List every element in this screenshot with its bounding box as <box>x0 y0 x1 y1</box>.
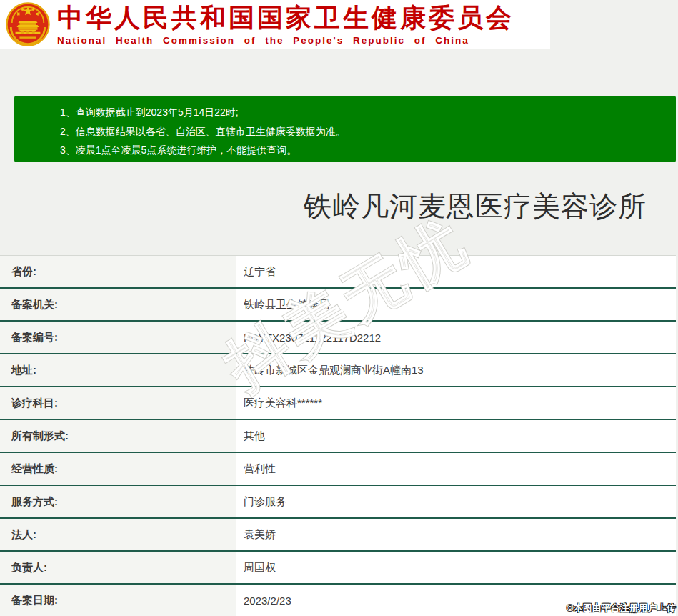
field-label: 备案编号: <box>0 322 236 353</box>
notice-banner: 1、查询数据截止到2023年5月14日22时; 2、信息数据结果以各省、自治区、… <box>14 96 676 162</box>
field-value: 袁美娇 <box>236 519 676 550</box>
field-value: 辽宁省 <box>236 256 676 287</box>
field-value: 医疗美容科****** <box>236 387 676 419</box>
field-label: 法人: <box>0 519 236 550</box>
field-value: 铁岭县卫生健康局 <box>236 289 676 320</box>
field-label: 省份: <box>0 256 236 287</box>
table-row: 负责人: 周国权 <box>0 552 676 585</box>
table-row: 地址: 铁岭市新城区金鼎观澜商业街A幢南13 <box>0 354 676 387</box>
china-national-emblem-icon <box>6 2 50 46</box>
record-table: 省份: 辽宁省 备案机关: 铁岭县卫生健康局 备案编号: PDYTX230721… <box>0 255 676 616</box>
field-value: 铁岭市新城区金鼎观澜商业街A幢南13 <box>236 354 676 386</box>
field-label: 负责人: <box>0 552 236 583</box>
table-row: 经营性质: 营利性 <box>0 453 676 486</box>
table-row: 省份: 辽宁省 <box>0 256 676 289</box>
field-value: 周国权 <box>236 552 676 583</box>
site-title-cn: 中华人民共和国国家卫生健康委员会 <box>57 4 514 32</box>
field-value: PDYTX230721122117D2212 <box>236 322 676 353</box>
table-row: 诊疗科目: 医疗美容科****** <box>0 387 676 420</box>
site-header: 中华人民共和国国家卫生健康委员会 National Health Commiss… <box>0 0 550 49</box>
table-row: 所有制形式: 其他 <box>0 420 676 453</box>
table-row: 法人: 袁美娇 <box>0 519 676 552</box>
table-row: 备案编号: PDYTX230721122117D2212 <box>0 322 676 354</box>
field-label: 备案日期: <box>0 585 236 616</box>
table-row: 备案机关: 铁岭县卫生健康局 <box>0 289 676 322</box>
field-value: 营利性 <box>236 453 676 485</box>
field-label: 诊疗科目: <box>0 387 236 419</box>
site-title-en: National Health Commission of the People… <box>57 35 514 46</box>
field-label: 地址: <box>0 354 236 386</box>
institution-name-title: 铁岭凡河麦恩医疗美容诊所 <box>0 187 678 226</box>
photo-credit-watermark: ©本图由平台注册用户上传 <box>567 602 676 615</box>
notice-line-3: 3、凌晨1点至凌晨5点系统进行维护，不能提供查询。 <box>60 141 669 160</box>
field-label: 服务方式: <box>0 486 236 517</box>
field-label: 所有制形式: <box>0 420 236 452</box>
notice-line-2: 2、信息数据结果以各省、自治区、直辖市卫生健康委数据为准。 <box>60 122 669 141</box>
field-value: 其他 <box>236 420 676 452</box>
table-row: 服务方式: 门诊服务 <box>0 486 676 519</box>
header-divider <box>0 84 678 84</box>
field-value: 门诊服务 <box>236 486 676 517</box>
field-label: 经营性质: <box>0 453 236 485</box>
field-label: 备案机关: <box>0 289 236 320</box>
notice-line-1: 1、查询数据截止到2023年5月14日22时; <box>60 103 669 122</box>
